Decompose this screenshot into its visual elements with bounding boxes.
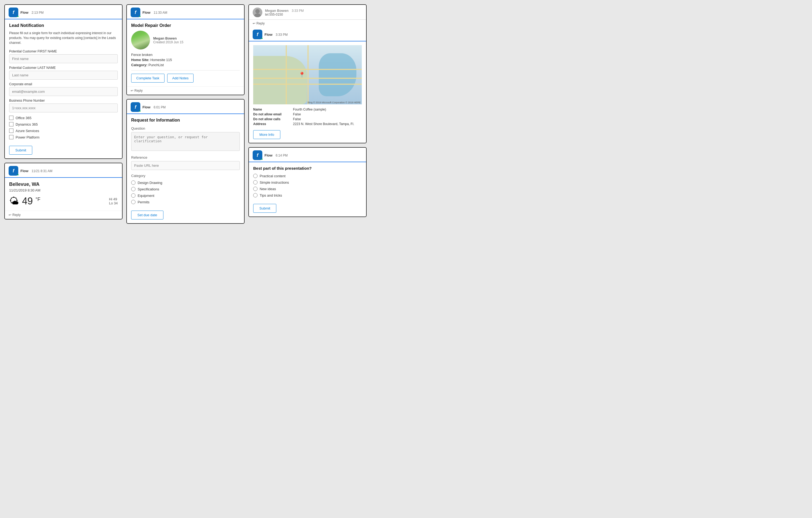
sender-info: Flow 2:13 PM bbox=[21, 10, 118, 15]
rfi-sender-time: 6:01 PM bbox=[154, 105, 166, 109]
lastname-label: Potential Customer LAST NAME bbox=[9, 66, 118, 70]
bestpart-submit-button[interactable]: Submit bbox=[253, 204, 276, 213]
rfi-card: f Flow 6:01 PM Request for Information Q… bbox=[126, 99, 244, 224]
lead-submit-button[interactable]: Submit bbox=[9, 146, 32, 155]
homesite-value: Homesite 115 bbox=[150, 58, 172, 62]
checkbox-dynamics365[interactable]: Dynamics 365 bbox=[9, 122, 118, 127]
flow-icon-dynamics: f bbox=[253, 30, 262, 39]
flow-letter: f bbox=[12, 10, 14, 15]
lastname-input[interactable] bbox=[9, 71, 118, 80]
question-label: Question bbox=[131, 127, 240, 131]
category-value: PunchList bbox=[148, 63, 164, 67]
dynamics-reply-top[interactable]: ↩ Reply bbox=[249, 20, 366, 27]
radio-practical-label: Practical content bbox=[260, 174, 286, 178]
reference-input[interactable] bbox=[131, 161, 240, 170]
radio-specifications[interactable]: Specifications bbox=[131, 187, 240, 191]
reply-label: Reply bbox=[12, 213, 21, 217]
checkbox-office365[interactable]: Office 365 bbox=[9, 116, 118, 120]
flow-letter-repair: f bbox=[135, 10, 136, 15]
lead-description: Please fill out a single form for each i… bbox=[9, 31, 118, 45]
reference-label: Reference bbox=[131, 156, 240, 160]
radio-tips-circle[interactable] bbox=[253, 193, 258, 197]
set-due-date-button[interactable]: Set due date bbox=[131, 211, 164, 219]
checkbox-powerplatform-box[interactable] bbox=[9, 135, 13, 139]
weather-card: f Flow 11/21 8:31 AM Bellevue, WA 11/21/… bbox=[4, 163, 122, 219]
profile-avatar bbox=[131, 31, 150, 50]
repair-issue: Fence broken bbox=[131, 53, 240, 57]
repair-card-title: Model Repair Order bbox=[131, 23, 240, 28]
user-avatar-svg bbox=[253, 7, 262, 17]
question-textarea[interactable] bbox=[131, 132, 240, 151]
divider bbox=[131, 70, 240, 71]
info-address-value: 2223 N. West Shore Boulevard, Tampa, Fl. bbox=[293, 122, 354, 126]
rfi-card-title: Request for Information bbox=[131, 118, 240, 122]
radio-newideas[interactable]: New ideas bbox=[253, 187, 362, 191]
firstname-input[interactable] bbox=[9, 54, 118, 63]
dynamics-flow-header: f Flow 3:33 PM bbox=[249, 27, 366, 42]
radio-design-drawing[interactable]: Design Drawing bbox=[131, 181, 240, 185]
weather-hi: Hi 49 bbox=[109, 197, 118, 201]
repair-reply[interactable]: ↩ Reply bbox=[127, 86, 244, 95]
map-road-v2 bbox=[308, 45, 309, 104]
flow-icon-rfi: f bbox=[130, 102, 140, 112]
rfi-sender-info: Flow 6:01 PM bbox=[142, 105, 240, 109]
checkbox-azure-box[interactable] bbox=[9, 129, 13, 133]
dynamics-card: Megan Bowen 3:33 PM tel:555-0150 ↩ Reply… bbox=[249, 4, 367, 143]
radio-permits-circle[interactable] bbox=[131, 200, 136, 204]
repair-reply-label: Reply bbox=[135, 89, 143, 92]
radio-simple-circle[interactable] bbox=[253, 180, 258, 185]
weather-lo: Lo 34 bbox=[109, 201, 118, 205]
radio-equipment-circle[interactable] bbox=[131, 193, 136, 198]
weather-reply[interactable]: ↩ Reply bbox=[5, 211, 122, 219]
bestpart-card-header: f Flow 6:14 PM bbox=[249, 148, 366, 162]
bestpart-card: f Flow 6:14 PM Best part of this present… bbox=[249, 147, 367, 217]
bestpart-sender-info: Flow 6:14 PM bbox=[264, 153, 362, 157]
add-notes-button[interactable]: Add Notes bbox=[167, 74, 194, 83]
radio-permits[interactable]: Permits bbox=[131, 200, 240, 204]
weather-temp: 49 °F bbox=[22, 195, 40, 207]
radio-design-drawing-circle[interactable] bbox=[131, 181, 136, 185]
lead-card-body: Lead Notification Please fill out a sing… bbox=[5, 19, 122, 158]
checkbox-office365-box[interactable] bbox=[9, 116, 13, 120]
checkbox-dynamics365-box[interactable] bbox=[9, 122, 13, 127]
bestpart-card-body: Best part of this presentation? Practica… bbox=[249, 162, 366, 217]
radio-tips[interactable]: Tips and tricks bbox=[253, 193, 362, 197]
dynamics-sender-time: 3:33 PM bbox=[276, 33, 288, 36]
radio-specifications-circle[interactable] bbox=[131, 187, 136, 191]
checkbox-azure[interactable]: Azure Services bbox=[9, 129, 118, 133]
radio-practical[interactable]: Practical content bbox=[253, 174, 362, 178]
complete-task-button[interactable]: Complete Task bbox=[131, 74, 165, 83]
radio-practical-circle[interactable] bbox=[253, 174, 258, 178]
more-info-button[interactable]: More Info bbox=[253, 130, 280, 139]
radio-simple-label: Simple instructions bbox=[260, 181, 289, 185]
phone-input[interactable] bbox=[9, 104, 118, 112]
radio-simple[interactable]: Simple instructions bbox=[253, 180, 362, 185]
radio-permits-label: Permits bbox=[138, 200, 149, 204]
sun-icon: 🌤 bbox=[9, 195, 19, 207]
weather-sender-time: 11/21 8:31 AM bbox=[32, 169, 52, 173]
dynamics-sender-info: Flow 3:33 PM bbox=[264, 32, 362, 36]
repair-card-body: Model Repair Order Megan Bowen Created 2… bbox=[127, 19, 244, 86]
radio-equipment[interactable]: Equipment bbox=[131, 193, 240, 198]
info-name-value: Fourth Coffee (sample) bbox=[293, 108, 326, 111]
svg-point-1 bbox=[254, 13, 261, 17]
info-nocalls-value: False bbox=[293, 117, 301, 121]
repair-reply-icon: ↩ bbox=[130, 89, 133, 92]
radio-newideas-circle[interactable] bbox=[253, 187, 258, 191]
weather-unit: °F bbox=[35, 197, 40, 202]
map-land bbox=[253, 56, 307, 104]
email-input[interactable] bbox=[9, 87, 118, 96]
map-road-v1 bbox=[286, 45, 287, 104]
radio-tips-label: Tips and tricks bbox=[260, 193, 282, 197]
checkbox-office365-label: Office 365 bbox=[16, 116, 31, 120]
repair-profile: Megan Bowen Created 2019 Jun 15 bbox=[131, 31, 240, 50]
weather-main: 🌤 49 °F Hi 49 Lo 34 bbox=[9, 195, 118, 207]
info-address-key: Address bbox=[253, 122, 291, 126]
sender-time: 2:13 PM bbox=[32, 11, 44, 15]
weather-card-header: f Flow 11/21 8:31 AM bbox=[5, 163, 122, 178]
bestpart-title: Best part of this presentation? bbox=[253, 166, 362, 170]
repair-card-header: f Flow 11:33 AM bbox=[127, 5, 244, 19]
radio-design-drawing-label: Design Drawing bbox=[138, 181, 162, 185]
reply-icon: ↩ bbox=[9, 213, 11, 217]
checkbox-powerplatform[interactable]: Power Platform bbox=[9, 135, 118, 139]
